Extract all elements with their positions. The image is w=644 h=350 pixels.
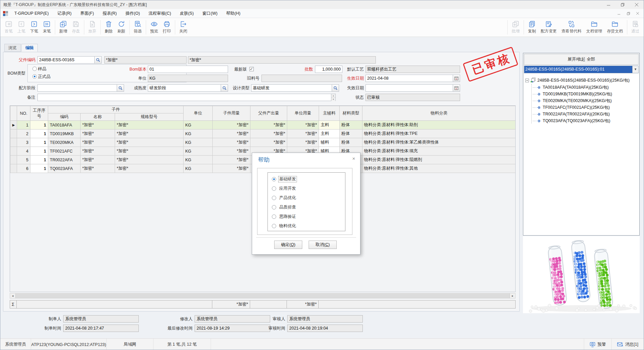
tree-node-4[interactable]: TF0021AFC(TF0021AFC)(25KG/包) bbox=[525, 104, 638, 111]
radio-icon[interactable] bbox=[32, 67, 37, 71]
maturity-lookup-icon[interactable] bbox=[221, 84, 228, 92]
grid-cell[interactable] bbox=[10, 147, 17, 156]
grid-cell[interactable]: *加密* bbox=[250, 129, 287, 138]
remark-spinner[interactable]: ▲▼ bbox=[331, 94, 336, 101]
grid-cell[interactable]: TR0022AFA bbox=[48, 156, 81, 164]
grid-cell[interactable]: *加密* bbox=[81, 138, 115, 147]
grid-cell[interactable]: 2 bbox=[17, 129, 30, 138]
grid-row-1[interactable]: ▶11TA0018AFA*加密**加密*KG*加密**加密**加密*主料粉体物料… bbox=[10, 121, 516, 129]
restore-button[interactable] bbox=[616, 0, 630, 9]
grid-cell[interactable]: 4 bbox=[17, 147, 30, 156]
parent-code-input[interactable] bbox=[37, 56, 95, 64]
dialog-radio-option-6[interactable]: 物料优化 bbox=[272, 221, 345, 231]
grid-cell[interactable]: KG bbox=[184, 138, 213, 147]
grid-cell[interactable]: *加密* bbox=[287, 129, 319, 138]
grid-cell[interactable]: *加密* bbox=[287, 121, 319, 129]
mdi-minimize-button[interactable] bbox=[614, 10, 624, 17]
grid-cell[interactable]: *加密* bbox=[213, 164, 250, 173]
mdi-close-button[interactable] bbox=[633, 10, 642, 17]
toolbar-button-change[interactable]: 配方变更 bbox=[538, 18, 559, 36]
scroll-right-icon[interactable]: ▸ bbox=[510, 293, 515, 298]
grid-cell[interactable]: 物料分类:原材料:弹性体:阻燃剂 bbox=[362, 156, 516, 164]
col-category[interactable]: 物料分类 bbox=[362, 106, 516, 121]
close-button[interactable] bbox=[630, 0, 644, 9]
grid-cell[interactable]: *加密* bbox=[213, 121, 250, 129]
grid-cell[interactable]: 1 bbox=[30, 147, 48, 156]
grid-cell[interactable]: *加密* bbox=[213, 147, 250, 156]
grid-cell[interactable]: *加密* bbox=[213, 138, 250, 147]
col-spec[interactable]: 规格型号 bbox=[115, 113, 184, 121]
grid-cell[interactable]: TD0019MKB bbox=[48, 129, 81, 138]
toolbar-button-folder[interactable]: 存货文档 bbox=[605, 18, 625, 36]
radio-icon[interactable] bbox=[272, 205, 276, 209]
grid-cell[interactable]: 物料分类:原材料:弹性体:填充 bbox=[362, 147, 516, 156]
grid-cell[interactable]: 粉体 bbox=[340, 129, 362, 138]
toolbar-button-delete[interactable]: 删除 bbox=[102, 18, 115, 36]
dialog-close-icon[interactable]: × bbox=[351, 156, 357, 161]
dialog-radio-option-5[interactable]: 思路验证 bbox=[272, 212, 345, 221]
remark-input[interactable] bbox=[37, 94, 331, 101]
grid-cell[interactable]: 1 bbox=[30, 138, 48, 147]
menu-item-9[interactable]: 帮助(H) bbox=[222, 9, 244, 18]
grid-cell[interactable]: 物料分类:原材料:弹性体:助剂 bbox=[362, 121, 516, 129]
grid-cell[interactable]: *加密* bbox=[115, 138, 184, 147]
grid-cell[interactable]: *加密* bbox=[115, 129, 184, 138]
chevron-down-icon[interactable]: ▼ bbox=[632, 66, 638, 73]
col-child-usage[interactable]: 子件用量 bbox=[213, 106, 250, 121]
tree-node-5[interactable]: TR0022AFA(TR0022AFA)(20KG/包) bbox=[525, 111, 638, 117]
grid-cell[interactable]: KG bbox=[184, 156, 213, 164]
grid-cell[interactable]: *加密* bbox=[81, 121, 115, 129]
grid-cell[interactable]: 物料分类:原材料:弹性体:苯乙烯类弹性体 bbox=[362, 138, 516, 147]
toolbar-button-folder[interactable]: 文档管理 bbox=[584, 18, 605, 36]
tree-node-label[interactable]: TD0019MKB(TD0019MKB)(25KG/包) bbox=[543, 91, 612, 97]
tab-edit[interactable]: 编辑 bbox=[21, 44, 38, 52]
grid-cell[interactable]: 5 bbox=[17, 156, 30, 164]
dialog-radio-option-4[interactable]: 品质排查 bbox=[272, 202, 345, 212]
toolbar-button-substitute[interactable]: 查看替代料 bbox=[559, 18, 584, 36]
message-button[interactable]: 消息[1] bbox=[611, 339, 644, 350]
tree-root-label[interactable]: 2485B-ESS-0016S(2485B-ESS-0016S)(25KG/包) bbox=[537, 78, 630, 83]
latest-version-checkbox[interactable] bbox=[249, 67, 254, 71]
dialog-radio-option-1[interactable]: 基础研发 bbox=[272, 174, 345, 184]
radio-icon[interactable] bbox=[272, 224, 276, 228]
col-seq[interactable]: 工序序号 bbox=[30, 106, 48, 121]
calendar-icon[interactable]: 31 bbox=[453, 84, 460, 92]
col-code[interactable]: 编码 bbox=[48, 113, 81, 121]
batch-input[interactable] bbox=[315, 66, 342, 73]
menu-item-8[interactable]: 窗口(W) bbox=[198, 9, 222, 18]
grid-cell[interactable]: *加密* bbox=[213, 129, 250, 138]
grid-cell[interactable]: KG bbox=[184, 129, 213, 138]
grid-cell[interactable]: TA0018AFA bbox=[48, 121, 81, 129]
menu-item-4[interactable]: 报表(R) bbox=[98, 9, 121, 18]
cancel-button[interactable]: 取消(C) bbox=[309, 241, 337, 249]
horizontal-scrollbar[interactable]: ◂ ▸ bbox=[10, 293, 516, 298]
tree-node-1[interactable]: TA0018AFA(TA0018AFA)(25KG/包) bbox=[525, 84, 638, 91]
collapse-icon[interactable] bbox=[525, 79, 529, 82]
menu-item-5[interactable]: 操作(O) bbox=[121, 9, 144, 18]
scrollbar-thumb[interactable] bbox=[15, 293, 510, 298]
bom-version-combo[interactable]: 2485B-ESS-0016S(2485B-ESS-0016S):01 ▼ bbox=[524, 66, 639, 73]
bom-version-input[interactable] bbox=[148, 66, 228, 73]
grid-cell[interactable]: *加密* bbox=[115, 164, 184, 173]
menu-item-2[interactable]: 记录(R) bbox=[53, 9, 76, 18]
toolbar-button-preview[interactable]: 预览 bbox=[148, 18, 160, 36]
grid-cell[interactable] bbox=[10, 164, 17, 173]
grid-cell[interactable]: *加密* bbox=[115, 147, 184, 156]
grid-cell[interactable]: 3 bbox=[17, 138, 30, 147]
toolbar-button-print[interactable]: 打印 bbox=[160, 18, 173, 36]
grid-cell[interactable]: *加密* bbox=[250, 138, 287, 147]
menu-item-3[interactable]: 界面(F) bbox=[76, 9, 98, 18]
design-type-lookup-icon[interactable] bbox=[332, 84, 339, 92]
bom-type-option-sample[interactable]: 样品 bbox=[32, 66, 46, 72]
col-name[interactable]: 名称 bbox=[81, 113, 115, 121]
grid-cell[interactable]: 粉体 bbox=[340, 138, 362, 147]
col-material-type[interactable]: 材料类型 bbox=[340, 106, 362, 121]
grid-row-3[interactable]: 31TE0020MKA*加密**加密*KG*加密**加密**加密*辅料粉体物料分… bbox=[10, 138, 516, 147]
calendar-icon[interactable]: 31 bbox=[453, 75, 460, 82]
tree-node-label[interactable]: TR0022AFA(TR0022AFA)(20KG/包) bbox=[543, 111, 610, 117]
col-unit-usage[interactable]: 单位用量 bbox=[287, 106, 319, 121]
grid-cell[interactable]: *加密* bbox=[250, 121, 287, 129]
spin-up-icon[interactable]: ▲ bbox=[331, 94, 335, 98]
mdi-restore-button[interactable] bbox=[624, 10, 633, 17]
grid-cell[interactable]: TQ0023AFA bbox=[48, 164, 81, 173]
